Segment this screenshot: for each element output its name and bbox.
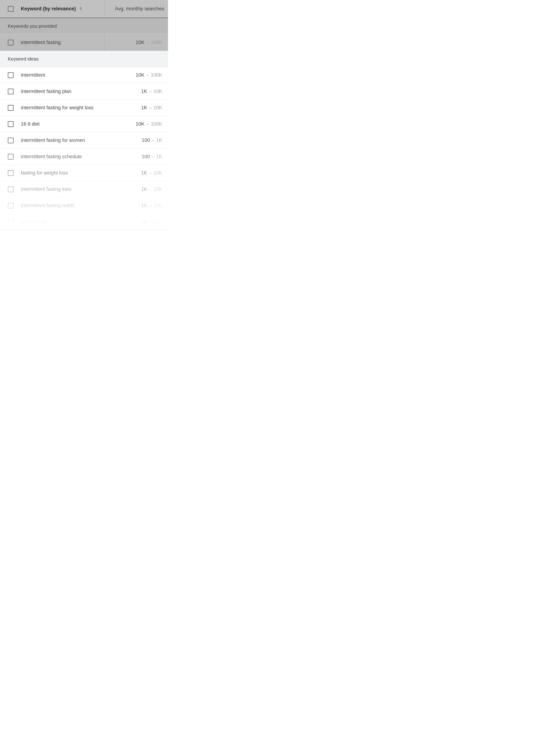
keyword-row[interactable]: 16 hour fast 1K–10K <box>0 214 168 230</box>
keyword-row[interactable]: intermittent fasting for women 100–1K <box>0 132 168 149</box>
keyword-row[interactable]: fasting for weight loss 1K–10K <box>0 165 168 181</box>
avg-searches-value: 1K–10K <box>141 198 162 214</box>
avg-searches-value: 1K–10K <box>141 100 162 116</box>
keyword-text: 16 8 diet <box>21 121 40 127</box>
keyword-column-header[interactable]: Keyword (by relevance) <box>21 6 76 12</box>
row-checkbox[interactable] <box>8 186 14 192</box>
keyword-row[interactable]: intermittent fasting keto 1K–10K <box>0 181 168 198</box>
keyword-text: 16 hour fast <box>21 219 47 225</box>
keyword-text: intermittent <box>21 72 45 78</box>
keyword-text: intermittent fasting keto <box>21 186 71 192</box>
avg-searches-value: 1K–10K <box>141 181 162 197</box>
table-header: Keyword (by relevance) Avg. monthly sear… <box>0 0 168 18</box>
row-checkbox[interactable] <box>8 138 14 143</box>
select-all-checkbox[interactable] <box>8 6 14 12</box>
row-checkbox[interactable] <box>8 154 14 160</box>
avg-searches-value: 1K–10K <box>141 214 162 230</box>
searches-column-header[interactable]: Avg. monthly searches <box>105 6 168 12</box>
avg-searches-value: 10K – 100K <box>136 34 162 51</box>
section-ideas-text: Keyword ideas <box>8 56 39 62</box>
keyword-row[interactable]: intermittent fasting reddit 1K–10K <box>0 198 168 214</box>
section-ideas-label: Keyword ideas <box>0 51 168 67</box>
avg-searches-value: 10K–100K <box>136 116 162 132</box>
keyword-row[interactable]: intermittent 10K–100K <box>0 67 168 83</box>
keyword-row[interactable]: intermittent fasting schedule 100–1K <box>0 149 168 165</box>
keyword-row[interactable]: intermittent fasting for weight loss 1K–… <box>0 100 168 116</box>
keyword-text: intermittent fasting reddit <box>21 203 74 208</box>
row-checkbox[interactable] <box>8 170 14 176</box>
keyword-text: intermittent fasting <box>21 40 61 45</box>
keyword-row[interactable]: intermittent fasting 10K – 100K <box>0 34 168 51</box>
keyword-row[interactable]: 16 8 diet 10K–100K <box>0 116 168 132</box>
row-checkbox[interactable] <box>8 121 14 127</box>
avg-searches-value: 10K–100K <box>136 67 162 83</box>
keyword-text: intermittent fasting schedule <box>21 154 82 159</box>
keyword-text: intermittent fasting plan <box>21 89 71 94</box>
avg-searches-value: 100–1K <box>142 132 162 148</box>
avg-searches-value: 100–1K <box>142 149 162 165</box>
keyword-text: fasting for weight loss <box>21 170 68 176</box>
row-checkbox[interactable] <box>8 105 14 111</box>
row-checkbox[interactable] <box>8 72 14 78</box>
section-provided-text: Keywords you provided <box>8 23 57 29</box>
keyword-text: intermittent fasting for weight loss <box>21 105 94 111</box>
row-checkbox[interactable] <box>8 203 14 209</box>
row-checkbox[interactable] <box>8 219 14 225</box>
keyword-text: intermittent fasting for women <box>21 138 85 143</box>
arrow-up-icon[interactable] <box>79 7 83 11</box>
section-provided-label: Keywords you provided <box>0 18 168 34</box>
keyword-row[interactable]: intermittent fasting plan 1K–10K <box>0 83 168 100</box>
avg-searches-value: 1K–10K <box>141 83 162 99</box>
row-checkbox[interactable] <box>8 89 14 94</box>
row-checkbox[interactable] <box>8 40 14 45</box>
avg-searches-value: 1K–10K <box>141 165 162 181</box>
